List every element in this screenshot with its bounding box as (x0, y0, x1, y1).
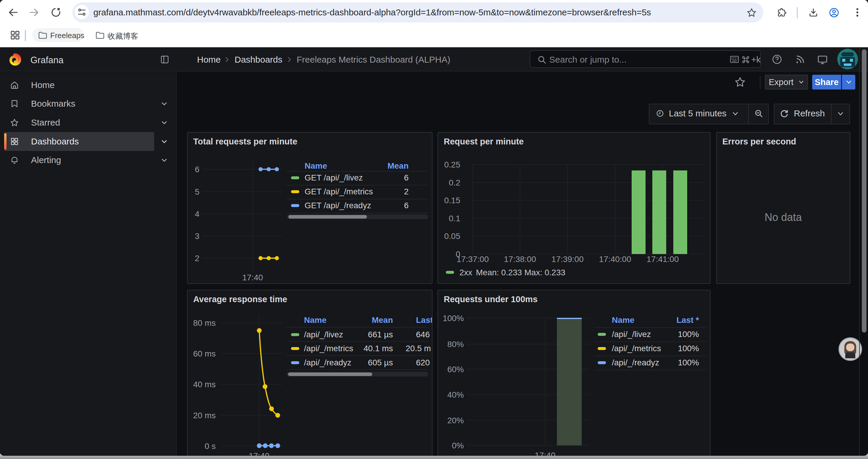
svg-text:80%: 80% (447, 340, 464, 349)
svg-text:17:39:00: 17:39:00 (552, 255, 584, 264)
svg-text:80 ms: 80 ms (193, 319, 216, 328)
svg-text:40%: 40% (447, 390, 464, 399)
svg-text:17:40: 17:40 (242, 273, 263, 282)
svg-text:17:40: 17:40 (249, 451, 270, 456)
svg-text:0.25: 0.25 (444, 160, 461, 169)
svg-text:4: 4 (195, 209, 199, 219)
svg-text:0.2: 0.2 (449, 178, 460, 187)
svg-text:20%: 20% (447, 416, 464, 425)
svg-text:0.05: 0.05 (444, 232, 461, 241)
svg-text:6: 6 (195, 165, 199, 174)
svg-text:40 ms: 40 ms (193, 380, 216, 389)
svg-text:2: 2 (195, 254, 199, 263)
svg-text:0.15: 0.15 (444, 196, 461, 205)
svg-text:0 s: 0 s (205, 441, 216, 451)
svg-text:100%: 100% (442, 314, 464, 323)
svg-text:5: 5 (195, 187, 199, 196)
svg-text:17:38:00: 17:38:00 (504, 255, 536, 264)
svg-text:60%: 60% (447, 365, 464, 374)
svg-text:0%: 0% (452, 441, 464, 450)
svg-text:20 ms: 20 ms (193, 411, 216, 420)
svg-text:3: 3 (195, 232, 199, 241)
svg-text:17:37:00: 17:37:00 (457, 255, 489, 264)
svg-text:17:41:00: 17:41:00 (647, 255, 679, 264)
svg-text:17:40:00: 17:40:00 (599, 255, 631, 264)
svg-text:0.1: 0.1 (449, 214, 460, 223)
svg-text:17:40: 17:40 (535, 451, 555, 456)
svg-text:60 ms: 60 ms (193, 349, 216, 358)
